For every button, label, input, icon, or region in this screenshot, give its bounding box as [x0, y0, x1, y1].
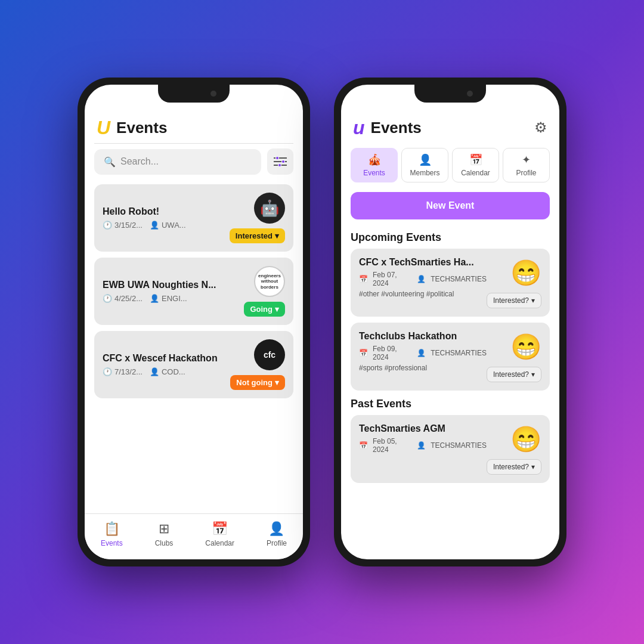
phone-2: u Events ⚙ 🎪 Events 👤 Members 📅 Calendar	[334, 78, 566, 566]
tab-members-label: Members	[410, 169, 439, 177]
logo-icon-2: u	[353, 118, 365, 137]
svg-point-5	[278, 164, 281, 167]
nav-calendar-label: Calendar	[205, 539, 234, 547]
filter-button[interactable]	[267, 148, 293, 175]
status-badge-3[interactable]: Not going ▾	[230, 375, 285, 390]
interested-btn-3[interactable]: Interested? ▾	[487, 459, 541, 475]
upcoming-event-2-right: 😁 Interested? ▾	[487, 331, 541, 382]
nav-calendar[interactable]: 📅 Calendar	[205, 521, 234, 547]
upcoming-event-1-left: CFC x TechSmarties Ha... 📅 Feb 07, 2024 …	[359, 257, 487, 298]
tab-events-icon: 🎪	[368, 153, 381, 166]
events-scroll: Upcoming Events CFC x TechSmarties Ha...…	[341, 224, 559, 559]
smiley-avatar-2: 😁	[510, 331, 541, 362]
events-nav-icon: 📋	[104, 521, 120, 537]
upcoming-section-title: Upcoming Events	[351, 231, 550, 244]
cal-icon-3: 📅	[359, 441, 368, 450]
upcoming-event-1[interactable]: CFC x TechSmarties Ha... 📅 Feb 07, 2024 …	[351, 249, 550, 317]
smiley-avatar-1: 😁	[510, 257, 541, 288]
event-card-2-left: EWB UWA Noughties N... 🕐 4/25/2... 👤 ENG…	[103, 280, 244, 303]
gear-icon[interactable]: ⚙	[534, 119, 547, 136]
search-icon: 🔍	[104, 156, 116, 168]
upcoming-event-2[interactable]: Techclubs Hackathon 📅 Feb 09, 2024 👤 TEC…	[351, 323, 550, 391]
notch-dot	[210, 91, 216, 97]
event-card-3-org: 👤 COD...	[150, 367, 185, 376]
org-icon-u2: 👤	[417, 349, 426, 357]
nav-clubs-label: Clubs	[155, 539, 174, 547]
status-badge-1[interactable]: Interested ▾	[230, 228, 285, 243]
upcoming-event-2-date: Feb 09, 2024	[373, 345, 412, 361]
tab-members[interactable]: 👤 Members	[401, 148, 448, 182]
svg-point-4	[282, 160, 285, 163]
tab-calendar[interactable]: 📅 Calendar	[452, 148, 499, 182]
upcoming-event-2-title: Techclubs Hackathon	[359, 331, 487, 342]
event-card-1[interactable]: Hello Robot! 🕐 3/15/2... 👤 UWA...	[94, 184, 293, 252]
nav-profile[interactable]: 👤 Profile	[267, 521, 287, 547]
tab-profile[interactable]: ✦ Profile	[503, 148, 550, 182]
app-title-2: Events	[371, 119, 422, 137]
profile-nav-icon: 👤	[268, 521, 284, 537]
phone2-header: u Events ⚙	[341, 109, 559, 143]
clock-icon-3: 🕐	[103, 367, 112, 376]
event-card-2-meta: 🕐 4/25/2... 👤 ENGI...	[103, 294, 244, 303]
phone-1: U Events 🔍 Search...	[78, 78, 310, 566]
new-event-button[interactable]: New Event	[351, 192, 550, 219]
status-badge-2[interactable]: Going ▾	[244, 302, 285, 317]
event-card-1-date: 🕐 3/15/2...	[103, 221, 143, 230]
past-event-1-left: TechSmarties AGM 📅 Feb 05, 2024 👤 TECHSM…	[359, 423, 487, 456]
cal-icon-2: 📅	[359, 349, 368, 357]
event-card-2[interactable]: EWB UWA Noughties N... 🕐 4/25/2... 👤 ENG…	[94, 258, 293, 325]
tab-events[interactable]: 🎪 Events	[351, 148, 398, 182]
smiley-avatar-3: 😁	[510, 423, 541, 454]
past-event-1[interactable]: TechSmarties AGM 📅 Feb 05, 2024 👤 TECHSM…	[351, 415, 550, 483]
chevron-p1: ▾	[531, 463, 535, 471]
org-icon-3: 👤	[150, 367, 159, 376]
bottom-nav: 📋 Events ⊞ Clubs 📅 Calendar 👤 Profile	[85, 513, 303, 559]
event-card-1-org: 👤 UWA...	[150, 221, 186, 230]
tab-members-icon: 👤	[419, 153, 432, 166]
phone1-header: U Events	[85, 109, 303, 143]
event-card-1-title: Hello Robot!	[103, 206, 230, 217]
chevron-icon: ▾	[275, 231, 279, 240]
interested-btn-1[interactable]: Interested? ▾	[487, 293, 541, 308]
tab-calendar-label: Calendar	[461, 169, 490, 177]
interested-btn-2[interactable]: Interested? ▾	[487, 367, 541, 382]
past-event-1-title: TechSmarties AGM	[359, 423, 487, 434]
past-event-1-right: 😁 Interested? ▾	[487, 423, 541, 475]
upcoming-event-2-org: TECHSMARTIES	[431, 349, 487, 357]
svg-point-3	[276, 157, 279, 160]
search-placeholder: Search...	[120, 156, 159, 167]
nav-clubs[interactable]: ⊞ Clubs	[155, 521, 174, 547]
cal-icon-1: 📅	[359, 275, 368, 283]
search-container: 🔍 Search...	[85, 144, 303, 179]
upcoming-event-1-right: 😁 Interested? ▾	[487, 257, 541, 308]
upcoming-event-1-date: Feb 07, 2024	[373, 271, 412, 287]
robot-avatar: 🤖	[254, 193, 285, 224]
cfc-avatar: cfc	[254, 339, 285, 370]
tab-profile-label: Profile	[516, 169, 536, 177]
notch	[158, 85, 230, 103]
chevron-u1: ▾	[531, 296, 535, 305]
phone2-header-left: u Events	[353, 118, 422, 137]
event-card-2-date: 🕐 4/25/2...	[103, 294, 143, 303]
upcoming-event-2-meta: 📅 Feb 09, 2024 👤 TECHSMARTIES	[359, 345, 487, 361]
past-event-1-org: TECHSMARTIES	[431, 441, 487, 450]
search-bar[interactable]: 🔍 Search...	[94, 149, 261, 175]
org-icon-p1: 👤	[417, 441, 426, 450]
clock-icon-2: 🕐	[103, 294, 112, 303]
event-card-1-right: 🤖 Interested ▾	[230, 193, 285, 243]
chevron-icon-2: ▾	[275, 305, 279, 314]
tab-calendar-icon: 📅	[469, 153, 482, 166]
event-card-3-right: cfc Not going ▾	[230, 339, 285, 390]
nav-events[interactable]: 📋 Events	[101, 521, 123, 547]
past-event-1-meta: 📅 Feb 05, 2024 👤 TECHSMARTIES	[359, 437, 487, 454]
event-list: Hello Robot! 🕐 3/15/2... 👤 UWA...	[85, 179, 303, 513]
tab-profile-icon: ✦	[522, 153, 531, 166]
upcoming-event-1-tags: #other #volunteering #political	[359, 290, 487, 298]
upcoming-event-2-left: Techclubs Hackathon 📅 Feb 09, 2024 👤 TEC…	[359, 331, 487, 372]
clock-icon: 🕐	[103, 221, 112, 230]
event-card-3-title: CFC x Wescef Hackathon	[103, 353, 230, 364]
ewb-avatar: engineerswithoutborders	[254, 266, 285, 297]
event-card-3[interactable]: CFC x Wescef Hackathon 🕐 7/13/2... 👤 COD…	[94, 331, 293, 398]
event-card-3-meta: 🕐 7/13/2... 👤 COD...	[103, 367, 230, 376]
nav-events-label: Events	[101, 539, 123, 547]
